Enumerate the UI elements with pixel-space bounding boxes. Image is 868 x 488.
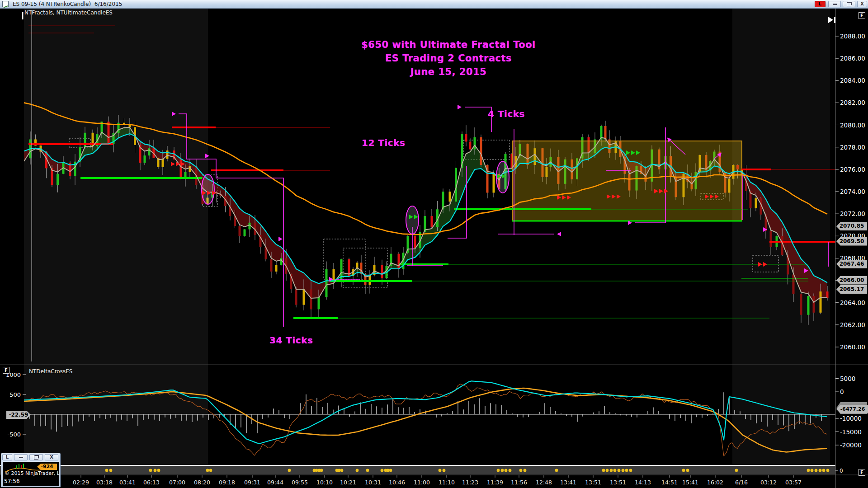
renko-candle [244, 230, 246, 236]
signal-dot [157, 469, 160, 472]
renko-candle [108, 122, 110, 144]
minimize-button[interactable] [828, 1, 841, 7]
renko-candle [148, 148, 151, 155]
time-axis-label: 02:29 [73, 479, 89, 486]
signal-dot [154, 469, 157, 472]
signal-dot [815, 469, 818, 472]
focus-icon-strip-axis[interactable]: F [859, 469, 865, 476]
renko-candle [465, 134, 467, 141]
renko-candle [295, 289, 297, 305]
time-axis-label: 11:00 [414, 479, 430, 486]
signal-dots-strip [0, 466, 835, 474]
time-axis-label: 13:51 [585, 479, 601, 486]
signal-dot [610, 469, 613, 472]
annotation-headline-2: ES Trading 2 Contracts [385, 53, 512, 64]
renko-candle [129, 125, 131, 127]
signal-dot [519, 469, 523, 472]
price-tag: 2065.17 [836, 285, 867, 294]
delta-right-label: 5000 [840, 375, 855, 382]
price-tag: 2066.00 [836, 276, 867, 285]
signal-dot [735, 469, 738, 472]
price-axis-label: 2074.00 [840, 188, 865, 195]
restore-button[interactable] [843, 1, 855, 7]
time-axis-label: 11:39 [487, 479, 503, 486]
renko-candle [57, 174, 59, 185]
signal-dot [807, 469, 810, 472]
signal-dot [505, 469, 508, 472]
title-bar[interactable]: ES 09-15 (4 NTRenkoCandle) 6/16/2015 L X [0, 0, 868, 9]
delta-left-label: -500 [7, 431, 21, 438]
restore-icon [34, 455, 38, 460]
signal-dot [381, 469, 384, 472]
mini-link-button[interactable]: L [2, 454, 12, 460]
signal-dot [356, 469, 359, 472]
price-tag: 2069.50 [836, 237, 867, 246]
renko-candle [807, 296, 810, 315]
mini-close-button[interactable]: X [45, 454, 58, 460]
signal-dot [625, 469, 628, 472]
price-axis-label: 2076.00 [840, 166, 865, 173]
time-axis-label: 06:13 [143, 479, 160, 486]
renko-candle [340, 259, 343, 282]
renko-candle [431, 216, 433, 227]
signal-dot [629, 469, 632, 472]
focus-icon-delta-panel[interactable]: F [3, 367, 9, 374]
signal-dot [105, 469, 108, 472]
annotation-12-ticks: 12 Ticks [362, 137, 405, 148]
link-button[interactable]: L [815, 1, 826, 7]
go-to-end-icon-bar[interactable] [834, 17, 835, 23]
mini-minimize-button[interactable] [14, 454, 28, 460]
renko-candle [398, 254, 400, 269]
mini-chart-window[interactable]: L X -924 © 2015 NinjaTrader, LL 57:56 [1, 453, 61, 487]
signal-dot [613, 469, 617, 472]
renko-candle [414, 236, 416, 248]
price-axis-label: 2088.00 [840, 33, 865, 40]
focus-icon-main-axis[interactable]: F [859, 12, 865, 19]
close-button[interactable]: X [857, 1, 867, 7]
signal-dot [206, 469, 209, 472]
signal-dot [389, 469, 392, 472]
price-tag: 2067.46 [836, 260, 867, 268]
renko-candle [826, 291, 829, 298]
signal-dot [443, 469, 446, 472]
signal-dot [439, 469, 442, 472]
delta-right-label: -10000 [840, 415, 862, 422]
renko-candle [310, 289, 312, 309]
renko-candle [820, 291, 822, 313]
time-axis-label: 09:44 [267, 479, 283, 486]
signal-dot [682, 469, 685, 472]
time-axis-label: 11:10 [439, 479, 455, 486]
ninjatrader-chart-window: 2060.002062.002064.002066.002068.002070.… [0, 0, 868, 488]
price-axis-label: 2060.00 [840, 343, 865, 351]
signal-dot [320, 469, 323, 472]
renko-candle [303, 289, 305, 305]
renko-candle [275, 265, 278, 272]
signal-dot [497, 469, 500, 472]
signal-dot [509, 469, 512, 472]
label-cursor-bar [22, 12, 24, 19]
window-title: ES 09-15 (4 NTRenkoCandle) 6/16/2015 [13, 1, 122, 7]
time-axis-label: 03:57 [785, 479, 802, 486]
signal-dot [822, 469, 826, 472]
time-axis-label: 13:41 [560, 479, 576, 486]
renko-candle [474, 137, 476, 150]
delta-right-label: 0 [840, 388, 844, 395]
delta-right-label: -20000 [840, 441, 862, 449]
strip-axis-label: 0 [840, 468, 843, 474]
signal-dot [366, 469, 369, 472]
main-panel-label: NTFractals, NTUltimateCandleES [24, 9, 113, 16]
mini-title-bar[interactable]: L X [2, 454, 59, 461]
signal-dot [686, 469, 689, 472]
renko-candle [800, 294, 802, 315]
session-band-overnight [24, 8, 208, 466]
renko-candle [469, 141, 472, 149]
time-axis-label: 03:18 [96, 479, 113, 486]
renko-candle [162, 159, 164, 167]
signal-dot [819, 469, 822, 472]
mini-restore-button[interactable] [29, 454, 43, 460]
renko-candle [144, 155, 146, 163]
price-axis-label: 2072.00 [840, 210, 865, 217]
mini-chart-content: -924 © 2015 NinjaTrader, LL 57:56 [3, 462, 59, 486]
signal-dot [622, 469, 625, 472]
renko-candle [239, 226, 241, 236]
